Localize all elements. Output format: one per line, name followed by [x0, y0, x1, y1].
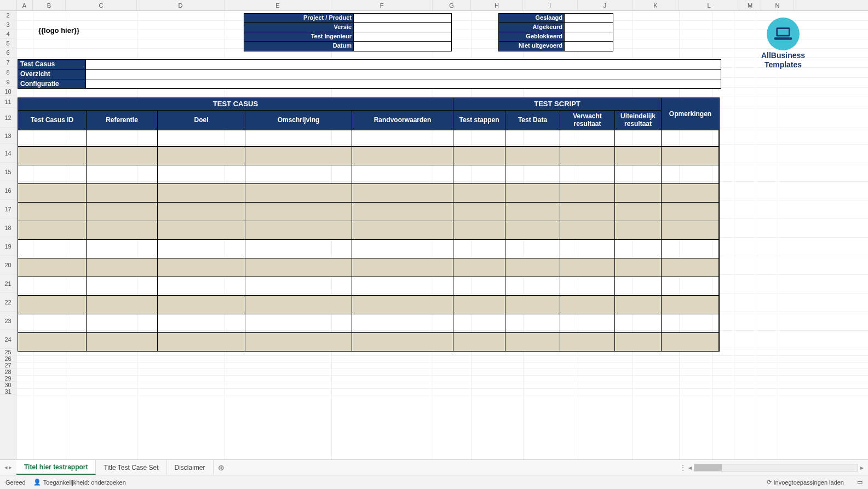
- table-cell[interactable]: [505, 258, 560, 277]
- row-number[interactable]: 23: [0, 312, 16, 330]
- summary-input[interactable]: [86, 79, 721, 89]
- table-cell[interactable]: [87, 314, 158, 332]
- table-cell[interactable]: [453, 221, 505, 239]
- table-row[interactable]: [18, 146, 719, 165]
- table-cell[interactable]: [158, 258, 245, 277]
- table-cell[interactable]: [245, 183, 352, 202]
- table-cell[interactable]: [18, 314, 87, 332]
- table-cell[interactable]: [560, 258, 615, 277]
- table-cell[interactable]: [245, 295, 352, 314]
- table-cell[interactable]: [158, 202, 245, 221]
- col-C[interactable]: C: [66, 0, 137, 10]
- display-settings-icon[interactable]: ▭: [857, 479, 863, 486]
- table-cell[interactable]: [453, 277, 505, 295]
- row-number[interactable]: 27: [0, 362, 16, 369]
- table-cell[interactable]: [18, 239, 87, 258]
- scroll-left-icon[interactable]: ◂: [688, 464, 692, 471]
- table-cell[interactable]: [560, 130, 615, 146]
- table-cell[interactable]: [615, 332, 662, 351]
- col-J[interactable]: J: [578, 0, 633, 10]
- accessibility-status[interactable]: 👤 Toegankelijkheid: onderzoeken: [33, 479, 126, 486]
- table-cell[interactable]: [158, 314, 245, 332]
- col-N[interactable]: N: [761, 0, 794, 10]
- col-header[interactable]: Referentie: [87, 110, 158, 130]
- table-cell[interactable]: [352, 130, 453, 146]
- table-cell[interactable]: [158, 277, 245, 295]
- table-cell[interactable]: [245, 165, 352, 183]
- table-cell[interactable]: [18, 221, 87, 239]
- table-cell[interactable]: [352, 332, 453, 351]
- meta-input[interactable]: [354, 42, 451, 51]
- table-row[interactable]: [18, 221, 719, 239]
- table-cell[interactable]: [662, 295, 719, 314]
- row-number[interactable]: 30: [0, 382, 16, 388]
- col-header[interactable]: Test stappen: [453, 110, 505, 130]
- table-cell[interactable]: [505, 332, 560, 351]
- row-number[interactable]: 19: [0, 237, 16, 256]
- table-cell[interactable]: [505, 239, 560, 258]
- row-number[interactable]: 6: [0, 48, 16, 57]
- table-cell[interactable]: [245, 277, 352, 295]
- table-row[interactable]: [18, 165, 719, 183]
- meta-input[interactable]: [565, 42, 613, 51]
- table-cell[interactable]: [352, 221, 453, 239]
- row-number[interactable]: 28: [0, 369, 16, 375]
- table-cell[interactable]: [453, 146, 505, 165]
- table-cell[interactable]: [453, 295, 505, 314]
- table-row[interactable]: [18, 130, 719, 146]
- table-cell[interactable]: [615, 314, 662, 332]
- table-cell[interactable]: [505, 314, 560, 332]
- table-cell[interactable]: [87, 277, 158, 295]
- table-row[interactable]: [18, 258, 719, 277]
- table-cell[interactable]: [453, 183, 505, 202]
- table-cell[interactable]: [505, 165, 560, 183]
- row-number[interactable]: 2: [0, 11, 16, 20]
- table-cell[interactable]: [615, 239, 662, 258]
- summary-input[interactable]: [86, 69, 721, 79]
- table-cell[interactable]: [245, 258, 352, 277]
- table-cell[interactable]: [453, 165, 505, 183]
- table-row[interactable]: [18, 202, 719, 221]
- table-cell[interactable]: [18, 202, 87, 221]
- meta-input[interactable]: [354, 23, 451, 32]
- table-cell[interactable]: [158, 146, 245, 165]
- row-number[interactable]: 24: [0, 330, 16, 349]
- row-numbers[interactable]: 2345678910111213141516171819202122232425…: [0, 11, 16, 489]
- table-cell[interactable]: [18, 146, 87, 165]
- summary-input[interactable]: [86, 59, 721, 69]
- row-number[interactable]: 5: [0, 39, 16, 48]
- meta-input[interactable]: [565, 32, 613, 42]
- row-number[interactable]: 8: [0, 67, 16, 77]
- table-cell[interactable]: [87, 258, 158, 277]
- table-cell[interactable]: [87, 130, 158, 146]
- table-cell[interactable]: [560, 239, 615, 258]
- table-cell[interactable]: [158, 221, 245, 239]
- table-cell[interactable]: [87, 332, 158, 351]
- col-header[interactable]: Test Casus ID: [18, 110, 87, 130]
- table-cell[interactable]: [560, 165, 615, 183]
- col-K[interactable]: K: [633, 0, 679, 10]
- table-row[interactable]: [18, 314, 719, 332]
- table-row[interactable]: [18, 277, 719, 295]
- row-number[interactable]: 7: [0, 57, 16, 67]
- horizontal-scrollbar[interactable]: [694, 464, 858, 471]
- meta-input[interactable]: [354, 14, 451, 23]
- table-cell[interactable]: [352, 314, 453, 332]
- table-cell[interactable]: [560, 295, 615, 314]
- table-cell[interactable]: [87, 239, 158, 258]
- table-cell[interactable]: [245, 332, 352, 351]
- col-D[interactable]: D: [137, 0, 225, 10]
- table-cell[interactable]: [505, 183, 560, 202]
- table-cell[interactable]: [158, 295, 245, 314]
- col-header[interactable]: Omschrijving: [245, 110, 352, 130]
- col-F[interactable]: F: [331, 0, 433, 10]
- row-number[interactable]: 26: [0, 355, 16, 362]
- table-cell[interactable]: [158, 183, 245, 202]
- table-cell[interactable]: [87, 183, 158, 202]
- row-number[interactable]: 25: [0, 349, 16, 355]
- addins-button[interactable]: ⟳ Invoegtoepassingen laden: [767, 479, 844, 486]
- table-cell[interactable]: [615, 295, 662, 314]
- sheet-tab[interactable]: Disclaimer: [167, 460, 214, 475]
- table-cell[interactable]: [453, 130, 505, 146]
- row-number[interactable]: 10: [0, 87, 16, 96]
